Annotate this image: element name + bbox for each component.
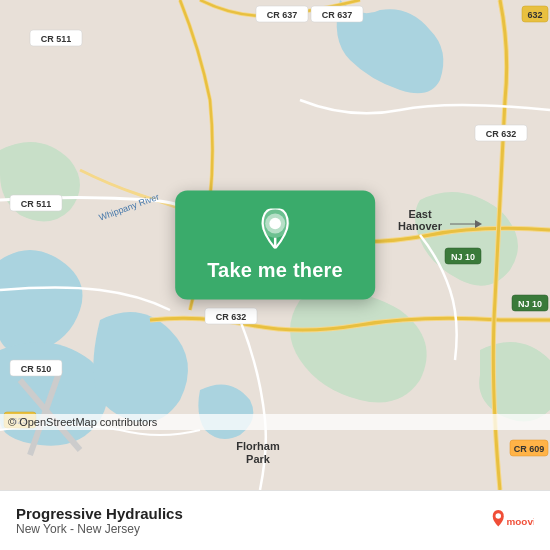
svg-text:Hanover: Hanover	[398, 220, 443, 232]
map-attribution: © OpenStreetMap contributors	[0, 414, 550, 430]
svg-text:CR 632: CR 632	[216, 312, 247, 322]
svg-text:CR 632: CR 632	[486, 129, 517, 139]
moovit-logo: moovit	[490, 499, 534, 543]
svg-text:CR 637: CR 637	[322, 10, 353, 20]
svg-text:East: East	[408, 208, 432, 220]
location-name: Progressive Hydraulics	[16, 505, 183, 522]
svg-text:CR 609: CR 609	[514, 444, 545, 454]
location-pin-icon	[255, 209, 295, 249]
svg-text:NJ 10: NJ 10	[451, 252, 475, 262]
svg-text:CR 510: CR 510	[21, 364, 52, 374]
svg-text:CR 511: CR 511	[41, 34, 72, 44]
svg-text:CR 511: CR 511	[21, 199, 52, 209]
navigation-overlay: Take me there	[175, 191, 375, 300]
location-info: Progressive Hydraulics New York - New Je…	[16, 505, 183, 536]
bottom-info-bar: Progressive Hydraulics New York - New Je…	[0, 490, 550, 550]
svg-point-38	[269, 218, 281, 230]
svg-text:632: 632	[527, 10, 542, 20]
svg-text:Park: Park	[246, 453, 271, 465]
map-container: CR 637 CR 637 CR 511 CR 511 CR 632 632 E…	[0, 0, 550, 490]
attribution-text: © OpenStreetMap contributors	[8, 416, 157, 428]
take-me-there-card[interactable]: Take me there	[175, 191, 375, 300]
svg-text:NJ 10: NJ 10	[518, 299, 542, 309]
svg-text:Florham: Florham	[236, 440, 280, 452]
take-me-there-button[interactable]: Take me there	[207, 259, 343, 282]
svg-text:moovit: moovit	[507, 516, 535, 527]
location-subtitle: New York - New Jersey	[16, 522, 183, 536]
svg-text:CR 637: CR 637	[267, 10, 298, 20]
svg-point-39	[496, 513, 502, 519]
